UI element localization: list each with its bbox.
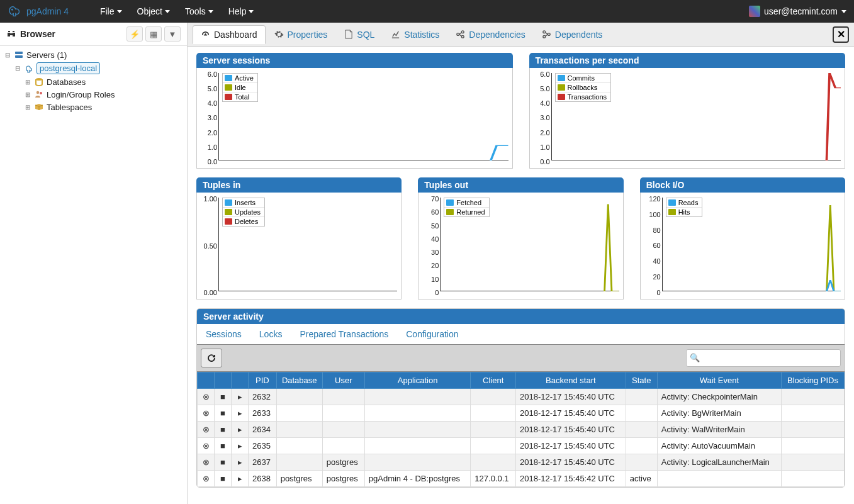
activity-tab-prepared[interactable]: Prepared Transactions	[300, 329, 388, 339]
main-menus: File Object Tools Help	[94, 4, 261, 19]
cancel-icon[interactable]: ⊗	[201, 408, 210, 418]
block-io-chart: 120100806040200 Reads Hits	[640, 193, 845, 300]
server-activity-panel: Server activity Sessions Locks Prepared …	[196, 308, 845, 488]
expand-icon[interactable]: ▸	[235, 425, 244, 434]
y-axis-labels: 1.000.500.00	[199, 195, 217, 296]
dashboard-icon	[201, 30, 210, 40]
cell: postgres	[322, 471, 364, 487]
tab-sql[interactable]: SQL	[336, 26, 382, 43]
svg-point-11	[543, 35, 546, 38]
tree-toggle[interactable]: ⊞	[24, 91, 31, 98]
user-menu[interactable]: user@tecmint.com	[749, 6, 846, 17]
chart-icon	[391, 30, 400, 39]
close-button[interactable]: ✕	[833, 26, 849, 43]
refresh-button[interactable]	[201, 349, 222, 367]
table-row[interactable]: ⊗■▸2637postgres2018-12-17 15:45:40 UTCAc…	[198, 454, 845, 471]
svg-point-3	[36, 78, 42, 81]
sidebar-tool-grid[interactable]: ▦	[145, 26, 162, 42]
cancel-icon[interactable]: ⊗	[201, 425, 210, 434]
activity-tab-locks[interactable]: Locks	[259, 329, 283, 339]
database-icon	[34, 77, 44, 87]
tuples-in-panel: Tuples in 1.000.500.00 Inserts Updates D…	[196, 177, 402, 300]
tree-toggle[interactable]: ⊞	[24, 78, 31, 86]
tree-databases[interactable]: Databases	[47, 77, 86, 87]
cell: 2633	[249, 405, 277, 422]
column-header[interactable]: State	[626, 372, 657, 389]
sidebar-tool-filter[interactable]: ▼	[164, 26, 181, 42]
cell	[322, 389, 364, 405]
stop-icon[interactable]: ■	[218, 457, 227, 467]
dashboard-pane: Server sessions 6.05.04.03.02.01.00.0 Ac…	[188, 47, 854, 504]
tab-dashboard[interactable]: Dashboard	[193, 25, 266, 44]
table-row[interactable]: ⊗■▸26332018-12-17 15:45:40 UTCActivity: …	[198, 405, 845, 422]
sidebar-tool-refresh[interactable]: ⚡	[126, 26, 143, 42]
expand-icon[interactable]: ▸	[235, 457, 244, 467]
column-header[interactable]: Wait Event	[657, 372, 781, 389]
tree-tablespaces[interactable]: Tablespaces	[47, 103, 92, 112]
cell	[471, 454, 516, 471]
tree-roles[interactable]: Login/Group Roles	[47, 90, 115, 99]
cancel-icon[interactable]: ⊗	[201, 474, 210, 483]
expand-icon[interactable]: ▸	[235, 441, 244, 451]
column-header[interactable]	[215, 372, 232, 389]
cell	[626, 454, 657, 471]
activity-tab-config[interactable]: Configuration	[406, 329, 458, 339]
table-row[interactable]: ⊗■▸26322018-12-17 15:45:40 UTCActivity: …	[198, 389, 845, 405]
column-header[interactable]	[232, 372, 249, 389]
y-axis-labels: 6.05.04.03.02.01.00.0	[199, 70, 217, 165]
cancel-icon[interactable]: ⊗	[201, 457, 210, 467]
table-row[interactable]: ⊗■▸26342018-12-17 15:45:40 UTCActivity: …	[198, 422, 845, 438]
expand-icon[interactable]: ▸	[235, 392, 244, 401]
expand-icon[interactable]: ▸	[235, 474, 244, 483]
table-row[interactable]: ⊗■▸26352018-12-17 15:45:40 UTCActivity: …	[198, 438, 845, 454]
tuples-in-chart: 1.000.500.00 Inserts Updates Deletes	[196, 193, 402, 300]
tab-statistics[interactable]: Statistics	[383, 26, 447, 43]
tab-dependents[interactable]: Dependents	[534, 26, 610, 43]
tab-dependencies[interactable]: Dependencies	[448, 26, 533, 43]
column-header[interactable]: User	[322, 372, 364, 389]
tree-server-node[interactable]: postgresql-local	[37, 62, 100, 74]
expand-icon[interactable]: ▸	[235, 408, 244, 418]
menu-help[interactable]: Help	[222, 4, 261, 19]
stop-icon[interactable]: ■	[218, 392, 227, 401]
tuples-out-panel: Tuples out 706050403020100 Fetched Retur…	[418, 177, 623, 300]
tree-toggle[interactable]: ⊟	[14, 65, 21, 72]
panel-title: Transactions per second	[529, 53, 846, 68]
column-header[interactable]: Application	[364, 372, 471, 389]
column-header[interactable]: PID	[249, 372, 277, 389]
cell	[781, 405, 844, 422]
stop-icon[interactable]: ■	[218, 474, 227, 483]
stop-icon[interactable]: ■	[218, 408, 227, 418]
user-avatar-icon	[749, 6, 760, 17]
servers-icon	[14, 50, 24, 60]
menu-object[interactable]: Object	[131, 4, 176, 19]
tree-servers[interactable]: Servers (1)	[26, 50, 67, 60]
column-header[interactable]: Backend start	[515, 372, 626, 389]
tree-toggle[interactable]: ⊟	[4, 51, 11, 59]
tree-toggle[interactable]: ⊞	[24, 103, 31, 111]
cancel-icon[interactable]: ⊗	[201, 392, 210, 401]
cell	[781, 454, 844, 471]
cell: 2018-12-17 15:45:40 UTC	[515, 389, 626, 405]
menu-tools[interactable]: Tools	[179, 4, 220, 19]
stop-icon[interactable]: ■	[218, 425, 227, 434]
table-row[interactable]: ⊗■▸2638postgrespostgrespgAdmin 4 - DB:po…	[198, 471, 845, 487]
cell: 2637	[249, 454, 277, 471]
column-header[interactable]: Blocking PIDs	[781, 372, 844, 389]
column-header[interactable]: Client	[471, 372, 516, 389]
column-header[interactable]: Database	[276, 372, 322, 389]
svg-point-5	[40, 92, 42, 94]
tab-properties[interactable]: Properties	[267, 26, 335, 43]
cell: Activity: AutoVacuumMain	[657, 438, 781, 454]
cancel-icon[interactable]: ⊗	[201, 441, 210, 451]
menu-file[interactable]: File	[94, 4, 128, 19]
activity-tab-sessions[interactable]: Sessions	[206, 329, 242, 339]
search-input[interactable]	[686, 349, 841, 367]
stop-icon[interactable]: ■	[218, 441, 227, 451]
y-axis-labels: 6.05.04.03.02.01.00.0	[532, 70, 550, 165]
cell	[626, 438, 657, 454]
column-header[interactable]	[198, 372, 215, 389]
main-area: Dashboard Properties SQL Statistics Depe…	[188, 23, 854, 504]
transactions-chart: 6.05.04.03.02.01.00.0 Commits Rollbacks …	[529, 68, 846, 169]
cell	[364, 422, 471, 438]
